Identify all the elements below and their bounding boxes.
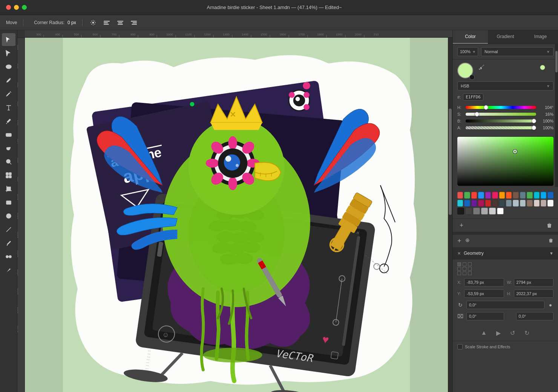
eyedropper-button[interactable] [477,63,486,72]
skew-icon[interactable]: ⌧ [457,313,463,319]
swatch-14[interactable] [547,192,553,199]
swatch-30[interactable] [520,200,526,207]
swatch-25[interactable] [485,200,491,207]
swatch-9[interactable] [513,192,518,199]
swatch-6[interactable] [492,192,498,199]
swatch-11[interactable] [527,192,532,199]
anchor-bc[interactable] [463,271,466,275]
swatch-24[interactable] [478,200,484,207]
swatch-45[interactable] [489,208,496,214]
swatch-27[interactable] [499,200,505,207]
rotate1-input[interactable]: 0,0° [466,301,544,309]
crop-tool[interactable] [2,182,15,195]
a-slider[interactable] [466,126,536,129]
circle-tool[interactable] [2,210,15,222]
rotate2-input[interactable]: 0,0° [466,312,504,320]
w-input[interactable]: 2794 px [514,278,554,286]
swatch-29[interactable] [513,200,518,207]
text-tool[interactable] [2,101,15,114]
select-tool[interactable] [2,33,15,46]
swatch-4[interactable] [478,192,484,199]
eraser-tool[interactable] [2,128,15,141]
trash-effect-button[interactable] [548,238,553,244]
x-input[interactable]: -83,79 px [464,278,504,286]
line-tool[interactable] [2,223,15,236]
h-thumb[interactable] [484,105,488,110]
anchor-mc[interactable] [463,267,466,271]
settings-icon[interactable] [89,18,98,27]
zoom-effect-button[interactable]: ⊕ [465,237,470,245]
anchor-br[interactable] [468,271,472,275]
swatch-7[interactable] [499,192,505,199]
fullscreen-button[interactable] [22,5,27,10]
pen-tool[interactable] [2,74,15,87]
add-swatch-button[interactable]: + [457,221,466,230]
delete-swatch-button[interactable] [545,221,553,230]
color-picker[interactable] [457,137,553,186]
eyedropper-tool[interactable] [2,115,15,127]
rotate-cw-button[interactable]: ↻ [523,329,531,337]
anchor-tl[interactable] [457,262,461,266]
swatch-33[interactable] [541,200,546,207]
scale-stroke-checkbox[interactable] [457,344,463,349]
blend-mode-dropdown[interactable]: Normal ▼ [481,47,553,56]
swatch-8[interactable] [506,192,512,199]
flip-up-button[interactable]: ▲ [480,329,488,337]
swatch-34[interactable] [547,200,553,207]
flip-right-button[interactable]: ▶ [494,329,503,337]
zoom-tool[interactable] [2,155,15,168]
s-slider[interactable] [466,113,536,116]
swatch-21[interactable] [457,200,463,207]
minimize-button[interactable] [14,5,19,10]
hand-tool[interactable] [2,142,15,155]
vertical-scrollbar[interactable] [448,38,452,392]
symbol-tool[interactable] [2,169,15,182]
direct-select-tool[interactable] [2,47,15,60]
color-model-dropdown[interactable]: HSB ▼ [457,81,553,90]
anchor-mr[interactable] [468,267,472,271]
y-input[interactable]: -53,59 px [464,289,504,298]
swatch-3[interactable] [471,192,477,199]
window-controls[interactable] [6,5,27,10]
anchor-grid[interactable] [457,262,472,275]
swatch-12[interactable] [534,192,540,199]
swatch-23[interactable] [471,200,477,207]
blend-tool[interactable] [2,250,15,263]
swatch-1[interactable] [457,192,463,199]
move-tool-label[interactable]: Move [5,20,17,25]
swatch-26[interactable] [492,200,498,207]
rotate-left-icon[interactable]: ↻ [457,302,463,308]
b-slider[interactable] [466,119,536,122]
swatch-28[interactable] [506,200,512,207]
anchor-tc[interactable] [463,262,466,266]
swatch-2[interactable] [464,192,470,199]
canvas-viewport[interactable]: ♛ amadine app [25,38,448,392]
align-center-icon[interactable] [116,18,125,27]
swatch-46[interactable] [497,208,504,214]
swatch-5[interactable] [485,192,491,199]
h-slider[interactable] [466,106,536,109]
geometry-header[interactable]: ✕ Geometry ▼ [453,248,558,259]
tab-color[interactable]: Color [453,30,488,44]
tab-image[interactable]: Image [523,30,558,44]
pencil-tool[interactable] [2,87,15,100]
swatch-13[interactable] [541,192,546,199]
s-thumb[interactable] [475,112,479,116]
swatch-41[interactable] [457,208,464,214]
swatch-10[interactable] [520,192,526,199]
h-input[interactable]: 2022,37 px [514,289,554,298]
swatch-22[interactable] [464,200,470,207]
anchor-ml[interactable] [457,267,461,271]
align-left-icon[interactable] [102,18,111,27]
a-thumb[interactable] [532,126,536,130]
swatch-44[interactable] [481,208,488,214]
b-thumb[interactable] [532,119,536,123]
anchor-tr[interactable] [468,262,472,266]
swatch-32[interactable] [534,200,540,207]
ellipse-tool[interactable] [2,60,15,73]
secondary-color-swatch[interactable] [469,75,475,80]
panel-scrollbar-thumb[interactable] [555,51,558,72]
paint-bucket-tool[interactable] [2,237,15,250]
rotate-ccw-button[interactable]: ↺ [509,329,517,337]
opacity-input[interactable]: 100% ▼ [457,47,478,56]
